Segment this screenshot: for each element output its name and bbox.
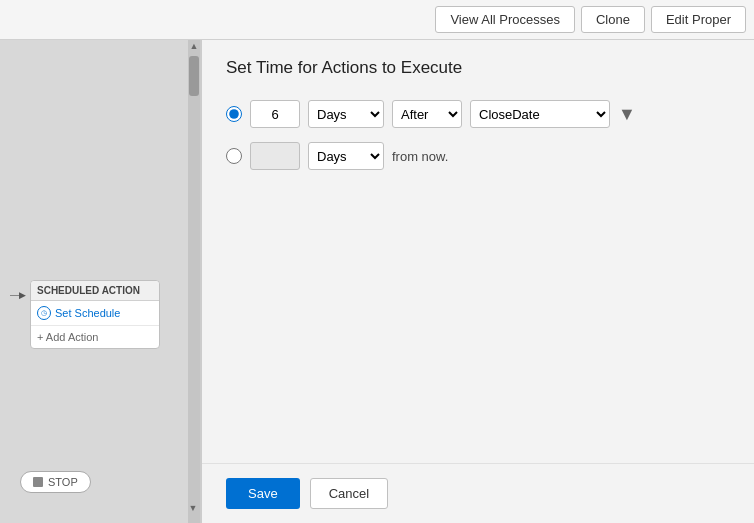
canvas-area: ▲ —▶ SCHEDULED ACTION ◷ Set Schedule + A… — [0, 40, 200, 523]
edit-proper-button[interactable]: Edit Proper — [651, 6, 746, 33]
flow-container: —▶ SCHEDULED ACTION ◷ Set Schedule + Add… — [0, 40, 200, 359]
scheduled-action-box: SCHEDULED ACTION ◷ Set Schedule + Add Ac… — [30, 280, 160, 349]
scroll-up-arrow[interactable]: ▲ — [189, 40, 199, 52]
time-row-2: Days Hours Minutes from now. — [226, 142, 730, 170]
clock-icon: ◷ — [37, 306, 51, 320]
cancel-button[interactable]: Cancel — [310, 478, 388, 509]
stop-icon — [33, 477, 43, 487]
right-panel: Set Time for Actions to Execute Days Hou… — [202, 40, 754, 523]
date-field-select[interactable]: CloseDate CreatedDate LastModifiedDate — [470, 100, 610, 128]
scheduled-action-title: SCHEDULED ACTION — [37, 285, 140, 296]
toolbar: View All Processes Clone Edit Proper — [0, 0, 754, 40]
main-area: ▲ —▶ SCHEDULED ACTION ◷ Set Schedule + A… — [0, 40, 754, 523]
from-now-number-input[interactable] — [250, 142, 300, 170]
panel-footer: Save Cancel — [202, 463, 754, 523]
save-button[interactable]: Save — [226, 478, 300, 509]
scrollbar-thumb[interactable] — [189, 56, 199, 96]
clone-button[interactable]: Clone — [581, 6, 645, 33]
add-action-button[interactable]: + Add Action — [31, 326, 159, 348]
set-schedule-label: Set Schedule — [55, 307, 120, 319]
canvas-scrollbar[interactable]: ▲ — [188, 40, 200, 523]
days-number-input[interactable] — [250, 100, 300, 128]
after-select[interactable]: After Before — [392, 100, 462, 128]
from-now-text: from now. — [392, 149, 448, 164]
days-select[interactable]: Days Hours Minutes — [308, 100, 384, 128]
scroll-down-arrow[interactable]: ▼ — [188, 503, 198, 515]
time-row-1: Days Hours Minutes After Before CloseDat… — [226, 100, 730, 128]
panel-title: Set Time for Actions to Execute — [202, 40, 754, 90]
dropdown-arrow-extra: ▼ — [618, 104, 636, 125]
stop-node: STOP — [20, 471, 91, 493]
view-all-processes-button[interactable]: View All Processes — [435, 6, 575, 33]
radio-from-now[interactable] — [226, 148, 242, 164]
scheduled-action-item[interactable]: ◷ Set Schedule — [31, 301, 159, 326]
stop-label: STOP — [48, 476, 78, 488]
flow-label: —▶ — [10, 290, 26, 300]
radio-days-after[interactable] — [226, 106, 242, 122]
flow-arrow: —▶ — [10, 290, 26, 300]
from-now-days-select[interactable]: Days Hours Minutes — [308, 142, 384, 170]
scheduled-action-header: SCHEDULED ACTION — [31, 281, 159, 301]
panel-content: Days Hours Minutes After Before CloseDat… — [202, 90, 754, 463]
